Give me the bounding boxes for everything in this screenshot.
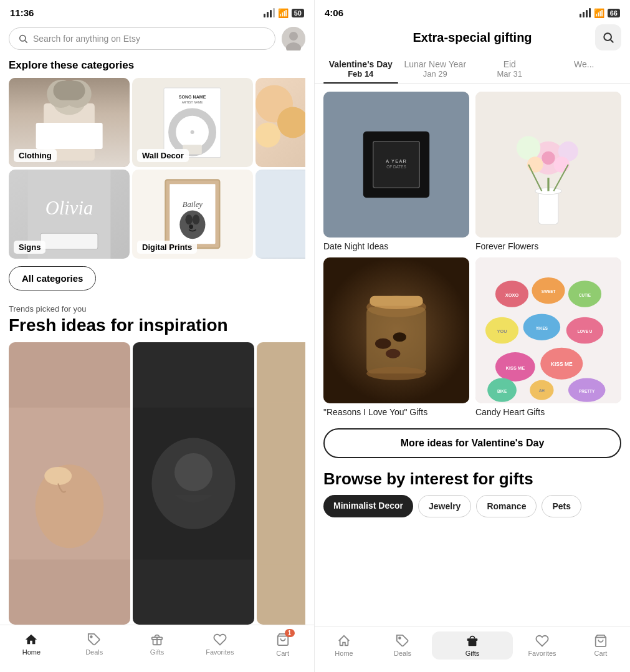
time-left: 11:36 <box>10 7 34 18</box>
svg-point-53 <box>517 136 540 160</box>
svg-rect-49 <box>538 191 558 224</box>
signal-icon-right <box>580 8 591 17</box>
browse-chips: Minimalist Decor Jewelry Romance Pets <box>315 495 630 524</box>
svg-point-56 <box>554 156 570 173</box>
signal-icon <box>264 8 275 17</box>
nav-deals-label-left: Deals <box>85 648 103 656</box>
browse-chip-minimalist[interactable]: Minimalist Decor <box>323 495 413 517</box>
nav-favorites-right[interactable]: Favorites <box>513 631 571 660</box>
nav-cart-right[interactable]: Cart <box>571 631 630 660</box>
trend-images <box>0 342 314 625</box>
partial2-illustration <box>255 170 305 259</box>
browse-chip-romance[interactable]: Romance <box>476 495 537 517</box>
tab-lunar-date: Jan 29 <box>423 69 447 79</box>
svg-text:YOU: YOU <box>497 329 507 334</box>
browse-chip-pets[interactable]: Pets <box>542 495 581 517</box>
svg-point-3 <box>289 32 298 41</box>
svg-point-41 <box>604 33 611 41</box>
more-ideas-button[interactable]: More ideas for Valentine's Day <box>323 428 621 458</box>
signs-label: Signs <box>14 241 45 254</box>
fresh-ideas-title: Fresh ideas for inspiration <box>0 315 314 342</box>
browse-chip-jewelry[interactable]: Jewelry <box>418 495 471 517</box>
walldecor-label: Wall Decor <box>137 149 189 162</box>
svg-point-63 <box>366 367 426 380</box>
svg-point-68 <box>386 349 400 358</box>
search-placeholder: Search for anything on Etsy <box>33 34 140 44</box>
nav-deals-label-right: Deals <box>394 650 411 657</box>
svg-text:XOXO: XOXO <box>505 292 519 298</box>
bottom-nav-left: Home Deals Gifts Favorites <box>0 625 314 672</box>
favorites-icon-right <box>535 634 549 648</box>
trend-image-3[interactable] <box>257 342 305 625</box>
nav-deals-left[interactable]: Deals <box>63 630 126 660</box>
tab-other-name: We... <box>574 59 594 69</box>
nav-home-right[interactable]: Home <box>315 631 373 660</box>
category-signs[interactable]: Olivia Signs <box>9 170 130 259</box>
trend-image-1[interactable] <box>9 342 130 625</box>
category-digitalprints[interactable]: Bailey Digital Prints <box>132 170 253 259</box>
svg-point-35 <box>174 453 212 491</box>
status-icons-left: 📶 50 <box>264 8 304 18</box>
svg-text:OF DATES: OF DATES <box>386 165 406 169</box>
tab-eid-date: Mar 31 <box>497 69 522 79</box>
category-clothing[interactable]: Clothing <box>9 78 130 167</box>
trend1-illustration <box>9 342 130 625</box>
svg-text:KISS ME: KISS ME <box>506 365 525 371</box>
nav-favorites-left[interactable]: Favorites <box>188 630 251 660</box>
home-icon <box>24 633 38 646</box>
category-partial1[interactable] <box>255 78 305 167</box>
forever-flowers-image <box>475 92 621 238</box>
svg-text:YIKES: YIKES <box>536 326 548 330</box>
gift-card-date-night[interactable]: A YEAR OF DATES Date Night Ideas <box>323 92 469 251</box>
search-button[interactable] <box>595 24 621 50</box>
category-partial2[interactable] <box>255 170 305 259</box>
search-icon <box>18 34 28 44</box>
nav-favorites-label-left: Favorites <box>206 648 234 656</box>
cart-badge: 1 <box>285 629 295 637</box>
nav-cart-left[interactable]: 1 Cart <box>251 630 314 660</box>
tab-lunar-name: Lunar New Year <box>404 59 466 69</box>
svg-point-28 <box>189 225 193 229</box>
tab-lunar[interactable]: Lunar New Year Jan 29 <box>398 57 473 84</box>
trend3-illustration <box>257 342 305 625</box>
svg-point-66 <box>375 338 391 349</box>
tab-eid[interactable]: Eid Mar 31 <box>472 57 547 84</box>
tab-other[interactable]: We... <box>547 57 622 84</box>
nav-gifts-right[interactable]: Gifts <box>432 631 513 660</box>
all-categories-button[interactable]: All categories <box>9 266 96 290</box>
svg-point-26 <box>186 215 193 225</box>
gift-card-forever-flowers[interactable]: Forever Flowers <box>475 92 621 251</box>
svg-point-52 <box>542 151 555 165</box>
svg-point-92 <box>399 637 401 639</box>
trend-image-2[interactable] <box>133 342 254 625</box>
clothing-label: Clothing <box>14 149 57 162</box>
gift-card-reasons-love[interactable]: "Reasons I Love You" Gifts <box>323 257 469 417</box>
candy-heart-illustration: XOXO SWEET CUTIE YOU YIKES LOVE U KISS M… <box>475 257 621 403</box>
forever-flowers-title: Forever Flowers <box>475 241 621 251</box>
search-bar[interactable]: Search for anything on Etsy <box>9 27 275 50</box>
gift-card-candy-heart[interactable]: XOXO SWEET CUTIE YOU YIKES LOVE U KISS M… <box>475 257 621 417</box>
nav-deals-right[interactable]: Deals <box>373 631 432 660</box>
svg-point-55 <box>527 156 543 173</box>
nav-gifts-label-left: Gifts <box>150 648 165 656</box>
svg-text:AH: AH <box>539 388 545 393</box>
gift-grid: A YEAR OF DATES Date Night Ideas <box>315 84 630 425</box>
tab-valentines[interactable]: Valentine's Day Feb 14 <box>323 57 398 84</box>
cart-icon-right <box>594 634 608 648</box>
search-icon-right <box>602 31 614 44</box>
svg-point-37 <box>90 636 92 638</box>
categories-grid: Clothing SONG NAME ARTIST NAME Wall Deco… <box>0 78 314 259</box>
nav-gifts-left[interactable]: Gifts <box>126 630 189 660</box>
deals-icon <box>87 633 101 646</box>
date-night-illustration: A YEAR OF DATES <box>323 92 469 238</box>
cart-badge-container: 1 <box>276 633 290 648</box>
digitalprints-label: Digital Prints <box>137 241 197 254</box>
avatar[interactable] <box>282 27 305 50</box>
category-walldecor[interactable]: SONG NAME ARTIST NAME Wall Decor <box>132 78 253 167</box>
svg-text:ARTIST NAME: ARTIST NAME <box>182 100 203 104</box>
status-icons-right: 📶 66 <box>580 8 620 18</box>
nav-gifts-label-right: Gifts <box>465 650 480 657</box>
svg-line-1 <box>25 41 27 43</box>
nav-home-label-right: Home <box>335 650 353 657</box>
nav-home-left[interactable]: Home <box>0 630 63 660</box>
